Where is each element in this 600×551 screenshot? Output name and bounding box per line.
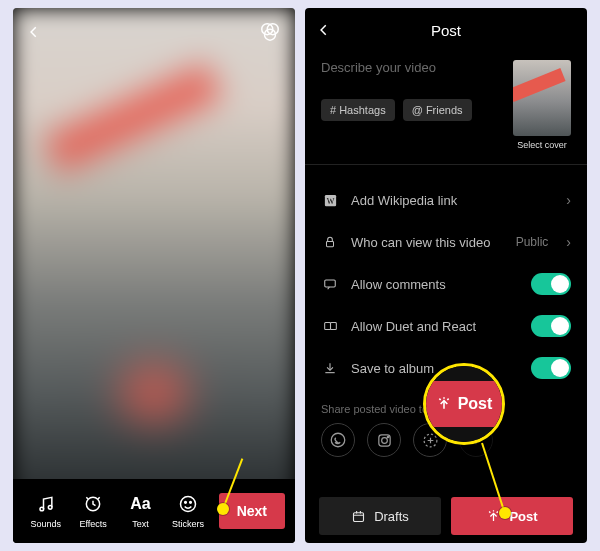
page-title: Post (431, 22, 461, 39)
setting-value: Public (516, 235, 549, 249)
svg-point-4 (48, 506, 52, 510)
lock-icon (321, 235, 339, 249)
divider (305, 164, 587, 165)
effects-clock-icon (83, 493, 103, 515)
drafts-label: Drafts (374, 509, 409, 524)
chip-hashtags[interactable]: # Hashtags (321, 99, 395, 121)
svg-point-3 (40, 507, 44, 511)
tool-effects[interactable]: Effects (70, 493, 115, 529)
svg-rect-12 (325, 280, 336, 287)
duet-icon (321, 319, 339, 333)
tutorial-dot (499, 507, 511, 519)
drafts-button[interactable]: Drafts (319, 497, 441, 535)
setting-privacy[interactable]: Who can view this video Public › (321, 221, 571, 263)
filters-icon[interactable] (259, 20, 281, 42)
setting-duet: Allow Duet and React (321, 305, 571, 347)
svg-rect-13 (324, 323, 330, 330)
setting-label: Allow Duet and React (351, 319, 519, 334)
svg-point-15 (331, 433, 345, 447)
callout-post: Post (423, 363, 505, 445)
back-icon[interactable] (317, 23, 331, 37)
tool-stickers[interactable]: Stickers (165, 493, 210, 529)
toggle-duet[interactable] (531, 315, 571, 337)
post-label: Post (509, 509, 537, 524)
music-note-icon (36, 493, 56, 515)
svg-point-6 (180, 497, 195, 512)
tool-label: Text (132, 519, 149, 529)
cover-thumbnail (513, 60, 571, 136)
tool-label: Sounds (30, 519, 61, 529)
setting-comments: Allow comments (321, 263, 571, 305)
cover-selector[interactable]: Select cover (513, 60, 571, 150)
chevron-right-icon: › (566, 234, 571, 250)
setting-label: Who can view this video (351, 235, 504, 250)
svg-rect-11 (327, 241, 334, 246)
tool-label: Effects (79, 519, 106, 529)
download-icon (321, 361, 339, 375)
upload-icon (436, 396, 452, 412)
chevron-right-icon: › (566, 192, 571, 208)
tool-text[interactable]: Aa Text (118, 493, 163, 529)
editor-toolbar: Sounds Effects Aa Text Stickers Next (13, 479, 295, 543)
post-button[interactable]: Post (451, 497, 573, 535)
post-header: Post (305, 8, 587, 52)
description-input[interactable]: Describe your video (321, 60, 503, 75)
text-icon: Aa (130, 493, 150, 515)
tool-sounds[interactable]: Sounds (23, 493, 68, 529)
post-screen: Post Describe your video # Hashtags @ Fr… (305, 8, 587, 543)
toggle-save[interactable] (531, 357, 571, 379)
share-whatsapp-icon[interactable] (321, 423, 355, 457)
svg-point-7 (185, 502, 187, 504)
callout-label: Post (458, 395, 493, 413)
svg-point-17 (381, 437, 387, 443)
tool-label: Stickers (172, 519, 204, 529)
svg-rect-14 (330, 323, 336, 330)
svg-text:W: W (326, 196, 334, 205)
video-preview (13, 8, 295, 543)
chip-friends[interactable]: @ Friends (403, 99, 472, 121)
editor-topbar (13, 8, 295, 56)
svg-point-18 (387, 436, 388, 437)
drafts-icon (351, 509, 366, 524)
wikipedia-icon: W (321, 193, 339, 208)
back-icon[interactable] (27, 25, 41, 39)
setting-label: Allow comments (351, 277, 519, 292)
toggle-comments[interactable] (531, 273, 571, 295)
editor-screen: Sounds Effects Aa Text Stickers Next (13, 8, 295, 543)
svg-rect-20 (354, 512, 364, 521)
svg-point-8 (190, 502, 192, 504)
post-footer: Drafts Post (305, 489, 587, 543)
setting-wikipedia[interactable]: W Add Wikipedia link › (321, 179, 571, 221)
sticker-smile-icon (178, 493, 198, 515)
setting-label: Add Wikipedia link (351, 193, 548, 208)
comment-icon (321, 277, 339, 291)
share-instagram-icon[interactable] (367, 423, 401, 457)
tutorial-dot (217, 503, 229, 515)
cover-label: Select cover (513, 140, 571, 150)
